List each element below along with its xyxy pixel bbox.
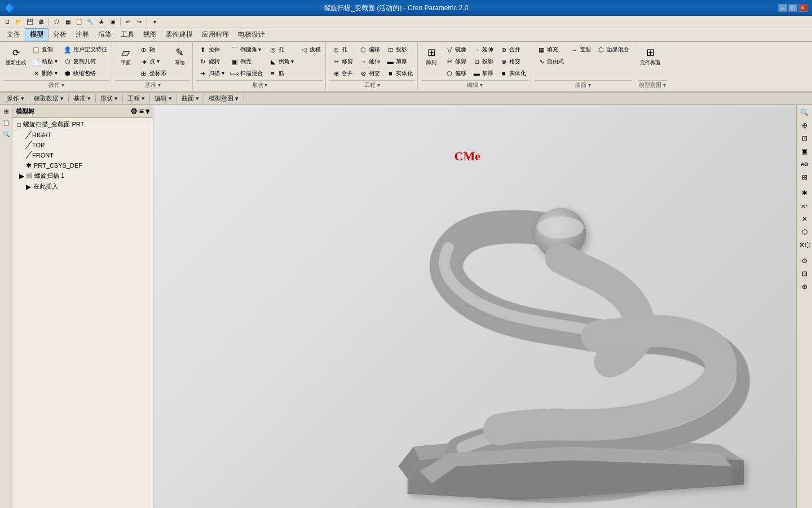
eng-project-button[interactable]: ⊡ 投影 <box>383 44 415 55</box>
edit-trim-button[interactable]: ✂ 修剪 <box>443 56 469 67</box>
boundary-blend-button[interactable]: ⬡ 边界混合 <box>594 44 632 55</box>
tree-item-csys[interactable]: ✱ PRT_CSYS_DEF <box>12 160 153 170</box>
tree-more-icon[interactable]: ▾ <box>145 107 149 116</box>
menu-tools[interactable]: 工具 <box>116 29 139 41</box>
edit-intersect-button[interactable]: ⊗ 相交 <box>497 56 528 67</box>
rt-minus-btn[interactable]: ⊟ <box>798 268 811 280</box>
draft-button[interactable]: ◁ 拔模 <box>297 44 323 55</box>
edit-project-button[interactable]: ⊡ 投影 <box>470 56 496 67</box>
menu-annotation[interactable]: 注释 <box>71 29 94 41</box>
subbar-get-data[interactable]: 获取数据 ▾ <box>29 94 69 103</box>
menu-file[interactable]: 文件 <box>2 29 25 41</box>
rt-frame-btn[interactable]: ⊡ <box>798 132 811 144</box>
tree-settings-icon[interactable]: ⚙ <box>130 107 138 116</box>
menu-render[interactable]: 渲染 <box>94 29 116 41</box>
hole-button[interactable]: ◎ 孔 <box>266 44 297 55</box>
edit-extend-button[interactable]: → 延伸 <box>470 44 496 55</box>
edit-thicken-button[interactable]: ▬ 加厚 <box>470 68 496 79</box>
tree-filter-icon[interactable]: ≡ <box>139 107 144 116</box>
point-button[interactable]: ·∗ 点 ▾ <box>137 56 169 67</box>
component-interface-button[interactable]: ⊞ 元件界面 <box>638 44 663 68</box>
rt-circle-btn[interactable]: ⊙ <box>798 255 811 267</box>
sweep-blend-button[interactable]: ⟾ 扫描混合 <box>228 68 265 79</box>
qa-btn5[interactable]: ◈ <box>96 17 107 27</box>
qa-btn1[interactable]: ⬡ <box>51 17 61 27</box>
styling-button[interactable]: ～ 造型 <box>567 44 593 55</box>
rt-zoom-in-btn[interactable]: ⊕ <box>798 119 811 132</box>
menu-apps[interactable]: 应用程序 <box>197 29 233 41</box>
viewport[interactable]: CMe <box>153 105 796 508</box>
subbar-engineering[interactable]: 工程 ▾ <box>123 94 150 103</box>
array-button[interactable]: ⊞ 阵列 <box>421 44 442 68</box>
rt-zoom-btn[interactable]: 🔍 <box>798 106 811 119</box>
undo-button[interactable]: ↩ <box>123 17 133 27</box>
menu-model[interactable]: 模型 <box>25 28 48 41</box>
edit-offset-button[interactable]: ⬡ 偏移 <box>443 68 469 79</box>
rt-delx-btn[interactable]: ✕⬡ <box>798 239 811 251</box>
open-button[interactable]: 📂 <box>14 17 24 27</box>
eng-intersect-button[interactable]: ⊗ 相交 <box>356 68 382 79</box>
copy-geo-button[interactable]: ⬡ 复制几何 <box>61 56 109 67</box>
rt-axis-btn[interactable]: ✱ <box>798 187 811 199</box>
paste-button[interactable]: 📄 粘贴 ▾ <box>29 56 60 67</box>
tree-item-top[interactable]: ╱ TOP <box>12 140 153 150</box>
sketch-button[interactable]: ✎ 草绘 <box>170 44 190 68</box>
subbar-surface[interactable]: 曲面 ▾ <box>177 94 204 103</box>
freeform-button[interactable]: ∿ 自由式 <box>535 56 566 67</box>
rt-box-btn[interactable]: ▣ <box>798 145 811 157</box>
subbar-model-intent[interactable]: 模型意图 ▾ <box>204 94 244 103</box>
close-button[interactable]: ✕ <box>798 4 807 12</box>
eng-extend-button[interactable]: → 延伸 <box>356 56 382 67</box>
eng-trim-button[interactable]: ✂ 修剪 <box>329 56 355 67</box>
subbar-edit[interactable]: 编辑 ▾ <box>150 94 177 103</box>
subbar-operations[interactable]: 操作 ▾ <box>2 94 29 103</box>
rt-cross-btn[interactable]: ✕ <box>798 213 811 225</box>
menu-view[interactable]: 视图 <box>139 29 161 41</box>
menu-electrode[interactable]: 电极设计 <box>233 29 270 41</box>
eng-offset-button[interactable]: ⬡ 偏移 <box>356 44 382 55</box>
tree-item-front[interactable]: ╱ FRONT <box>12 150 153 160</box>
tree-item-right[interactable]: ╱ RIGHT <box>12 130 153 140</box>
subbar-shape[interactable]: 形状 ▾ <box>96 94 123 103</box>
qa-btn2[interactable]: ▦ <box>63 17 73 27</box>
rt-plus-circle-btn[interactable]: ⊕ <box>798 281 811 293</box>
save-button[interactable]: 💾 <box>25 17 35 27</box>
qa-btn6[interactable]: ◉ <box>108 17 118 27</box>
axis-button[interactable]: ⊕ 轴 <box>137 44 169 55</box>
edit-merge-button[interactable]: ⊕ 合并 <box>497 44 528 55</box>
subbar-datum[interactable]: 基准 ▾ <box>69 94 96 103</box>
sweep-button[interactable]: ➜ 扫描 ▾ <box>196 68 227 79</box>
extrude-button[interactable]: ⬆ 拉伸 <box>196 44 227 55</box>
regenerate-button[interactable]: ⟳ 重新生成 <box>3 44 28 68</box>
plane-button[interactable]: ▱ 平面 <box>116 44 136 68</box>
revolve-button[interactable]: ↻ 旋转 <box>196 56 227 67</box>
tree-item-root[interactable]: □ 螺旋扫描_变截面.PRT <box>12 119 153 130</box>
fill-button[interactable]: ▦ 填充 <box>535 44 566 55</box>
restore-button[interactable]: □ <box>788 4 797 12</box>
qa-btn3[interactable]: 📋 <box>74 17 84 27</box>
rt-hex-btn[interactable]: ⬡ <box>798 226 811 238</box>
menu-flexible[interactable]: 柔性建模 <box>161 29 197 41</box>
redo-button[interactable]: ↪ <box>134 17 144 27</box>
user-feature-button[interactable]: 👤 用户定义特征 <box>61 44 109 55</box>
sidebar-tb-btn1[interactable]: ⊞ <box>1 106 11 116</box>
sidebar-tb-btn3[interactable]: 🔍 <box>1 129 11 139</box>
delete-button[interactable]: ✕ 删除 ▾ <box>29 68 60 79</box>
eng-solidify-button[interactable]: ■ 实体化 <box>383 68 415 79</box>
new-button[interactable]: 🗋 <box>2 17 12 27</box>
tree-item-insert[interactable]: ▶ 在此插入 <box>12 181 153 192</box>
minimize-button[interactable]: ─ <box>778 4 787 12</box>
rt-del-btn[interactable]: ✕⁺ <box>798 200 811 212</box>
shrink-wrap-button[interactable]: ⬢ 收缩包络 <box>61 68 109 79</box>
csys-button[interactable]: ⊞ 坐标系 <box>137 68 169 79</box>
eng-thicken-button[interactable]: ▬ 加厚 <box>383 56 415 67</box>
copy-button[interactable]: 📋 复制 <box>29 44 60 55</box>
tree-item-helical-sweep[interactable]: ▶ 螺 螺旋扫描 1 <box>12 170 153 181</box>
mirror-button[interactable]: ⧵⧸ 镜像 <box>443 44 469 55</box>
chamfer-button[interactable]: ◣ 倒角 ▾ <box>266 56 297 67</box>
qa-btn4[interactable]: 🔧 <box>85 17 95 27</box>
rt-grid-btn[interactable]: ⊞ <box>798 171 811 183</box>
rib-button[interactable]: ≡ 筋 <box>266 68 297 79</box>
rt-ab-btn[interactable]: AB <box>798 158 811 170</box>
sidebar-tb-btn2[interactable]: 📋 <box>1 117 11 128</box>
